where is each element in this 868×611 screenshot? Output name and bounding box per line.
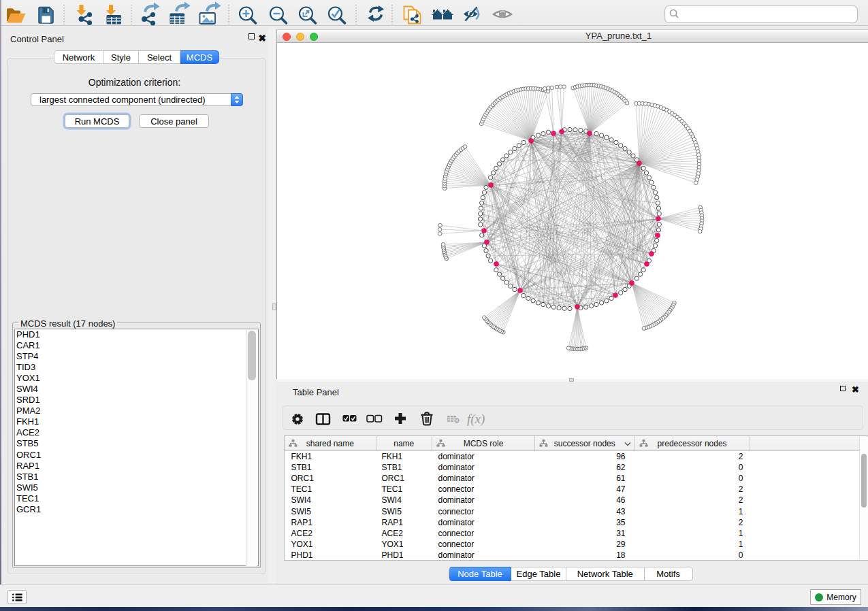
svg-text:f(x): f(x) <box>467 412 485 427</box>
